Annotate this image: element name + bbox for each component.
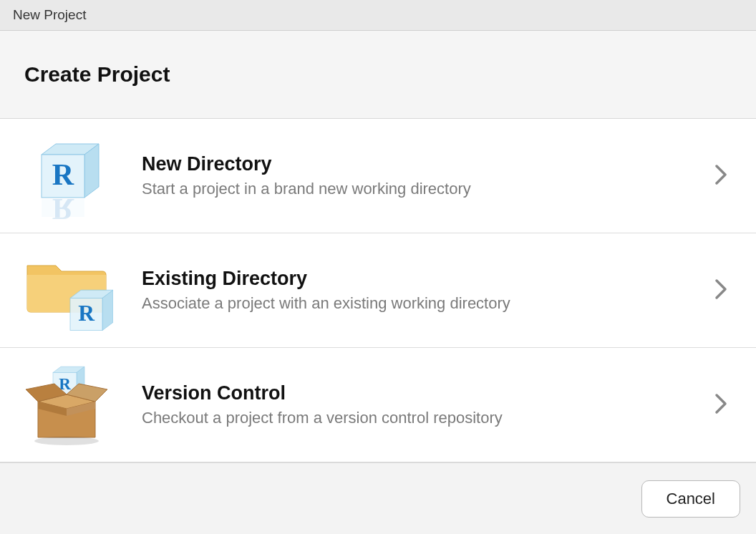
option-title: Existing Directory [142, 268, 714, 290]
option-text: Version Control Checkout a project from … [113, 382, 714, 427]
cancel-button[interactable]: Cancel [641, 480, 740, 518]
r-cube-icon: R R [20, 130, 113, 223]
window-titlebar: New Project [0, 0, 756, 31]
option-title: New Directory [142, 153, 714, 175]
option-existing-directory[interactable]: R Existing Directory Associate a project… [0, 233, 756, 348]
option-description: Start a project in a brand new working d… [142, 180, 714, 198]
svg-text:R: R [52, 193, 74, 219]
chevron-right-icon [714, 164, 735, 188]
option-new-directory[interactable]: R R New Directory Start a project in a b… [0, 119, 756, 233]
svg-text:R: R [52, 158, 74, 191]
folder-r-cube-icon: R [20, 244, 113, 337]
window-title: New Project [13, 7, 86, 23]
option-description: Associate a project with an existing wor… [142, 294, 714, 313]
chevron-right-icon [714, 393, 735, 417]
page-title: Create Project [24, 62, 170, 87]
option-title: Version Control [142, 382, 714, 404]
option-text: Existing Directory Associate a project w… [113, 268, 714, 313]
dialog-header: Create Project [0, 31, 756, 119]
chevron-right-icon [714, 278, 735, 303]
svg-point-20 [34, 437, 99, 445]
option-description: Checkout a project from a version contro… [142, 409, 714, 427]
option-version-control[interactable]: R Version Control Checkout a project fro… [0, 348, 756, 462]
options-list: R R New Directory Start a project in a b… [0, 119, 756, 462]
svg-text:R: R [78, 301, 95, 326]
dialog-footer: Cancel [0, 462, 756, 534]
option-text: New Directory Start a project in a brand… [113, 153, 714, 198]
box-r-cube-icon: R [20, 359, 113, 452]
